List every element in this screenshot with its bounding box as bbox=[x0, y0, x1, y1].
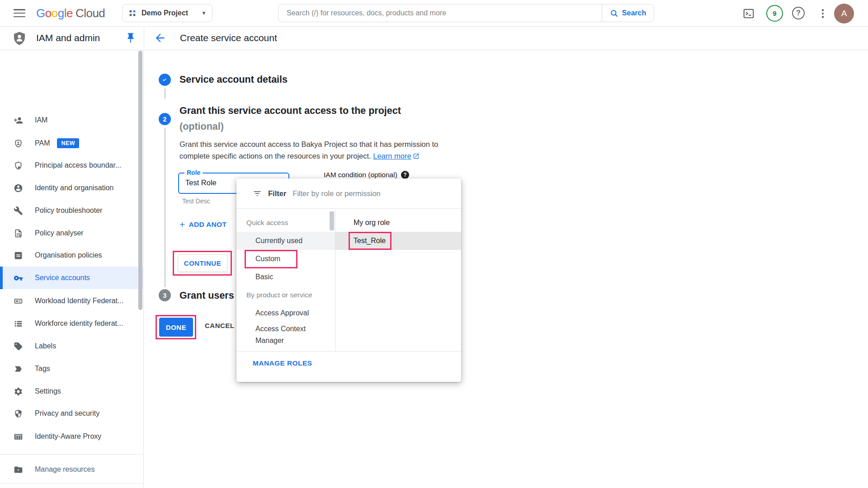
sidebar-item-workforce-identity-federation[interactable]: Workforce identity federat... bbox=[0, 312, 144, 335]
role-dropdown-panel: Filter Filter by role or permission Quic… bbox=[236, 178, 461, 382]
sidebar-item-label: Workforce identity federat... bbox=[35, 319, 123, 328]
project-selector[interactable]: Demo Project ▼ bbox=[122, 4, 212, 22]
sidebar-item-organisation-policies[interactable]: Organisation policies bbox=[0, 244, 144, 267]
sidebar-item-iam[interactable]: IAM bbox=[0, 109, 144, 131]
sidebar-item-tags[interactable]: Tags bbox=[0, 357, 144, 380]
done-button[interactable]: DONE bbox=[159, 318, 193, 337]
sidebar-item-workload-identity-federation[interactable]: Workload Identity Federat... bbox=[0, 290, 144, 312]
sidebar-item-release-notes[interactable]: Release notes bbox=[0, 486, 144, 488]
sidebar-item-identity-and-organisation[interactable]: Identity and organisation bbox=[0, 177, 144, 199]
learn-more-link[interactable]: Learn more bbox=[373, 152, 411, 160]
shield-lock-icon bbox=[14, 161, 23, 170]
sidebar-item-label: Policy analyser bbox=[35, 229, 84, 237]
step3-title: Grant users bbox=[179, 290, 234, 301]
step-connector bbox=[165, 89, 165, 99]
logo-cloud-text: Cloud bbox=[75, 6, 105, 20]
role-field-label: Role bbox=[184, 169, 203, 176]
sidebar-item-label: Settings bbox=[35, 387, 61, 395]
top-header: GoogleCloud Demo Project ▼ Search (/) fo… bbox=[0, 0, 868, 27]
page-title: Create service account bbox=[180, 33, 277, 43]
sidebar-item-manage-resources[interactable]: Manage resources bbox=[0, 458, 144, 481]
project-grid-icon bbox=[128, 9, 137, 18]
person-add-icon bbox=[14, 116, 23, 125]
external-link-icon bbox=[413, 153, 420, 160]
dropdown-item-test-role[interactable]: Test_Role bbox=[335, 232, 461, 250]
search-button[interactable]: Search bbox=[602, 5, 654, 22]
credits-count: 9 bbox=[773, 9, 776, 17]
step3-number-icon: 3 bbox=[159, 289, 171, 301]
gear-icon bbox=[14, 387, 23, 396]
sidebar-item-label: Identity and organisation bbox=[35, 184, 113, 192]
sidebar-item-labels[interactable]: Labels bbox=[0, 335, 144, 357]
sidebar-item-service-accounts[interactable]: Service accounts bbox=[0, 267, 144, 289]
step-connector bbox=[165, 128, 165, 287]
filter-placeholder: Filter by role or permission bbox=[292, 189, 380, 198]
dropdown-item-custom[interactable]: Custom bbox=[236, 250, 335, 268]
google-cloud-logo: GoogleCloud bbox=[36, 6, 105, 20]
sidebar-item-policy-troubleshooter[interactable]: Policy troubleshooter bbox=[0, 199, 144, 222]
logo-letter: o bbox=[45, 6, 52, 20]
search-input[interactable]: Search (/) for resources, docs, products… bbox=[278, 5, 602, 22]
dropdown-item-currently-used[interactable]: Currently used bbox=[236, 232, 335, 250]
sidebar-scrollbar[interactable] bbox=[138, 51, 142, 310]
role-filter-input[interactable]: Filter Filter by role or permission bbox=[236, 178, 461, 209]
sidebar-divider bbox=[0, 483, 143, 484]
sidebar-item-label: Principal access boundar... bbox=[35, 161, 121, 169]
quick-access-header: Quick access bbox=[236, 214, 335, 232]
add-another-role-button[interactable]: + ADD ANOT bbox=[179, 219, 226, 230]
role-field-helper: Test Desc bbox=[182, 197, 210, 205]
back-arrow-icon[interactable] bbox=[154, 32, 166, 44]
section-header: IAM and admin Create service account bbox=[0, 27, 868, 50]
manage-roles-button[interactable]: MANAGE ROLES bbox=[253, 359, 312, 367]
sidebar-item-principal-access-boundaries[interactable]: Principal access boundar... bbox=[0, 154, 144, 177]
sidebar-item-identity-aware-proxy[interactable]: Identity-Aware Proxy bbox=[0, 425, 144, 448]
search-button-label: Search bbox=[622, 9, 646, 17]
folder-gear-icon bbox=[14, 465, 23, 474]
account-circle-icon bbox=[14, 183, 23, 193]
step1-complete-icon bbox=[159, 74, 171, 86]
step2-subtitle: (optional) bbox=[179, 121, 224, 132]
key-icon bbox=[14, 273, 23, 283]
sidebar-item-policy-analyser[interactable]: Policy analyser bbox=[0, 222, 144, 244]
chevron-down-icon: ▼ bbox=[201, 10, 207, 16]
new-badge: NEW bbox=[57, 138, 79, 148]
sidebar-divider bbox=[0, 454, 143, 455]
logo-letter: G bbox=[36, 6, 45, 20]
panel-footer-divider bbox=[236, 351, 461, 352]
header-divider bbox=[144, 27, 144, 50]
step2-number-icon: 2 bbox=[159, 113, 171, 125]
done-label: DONE bbox=[166, 324, 186, 331]
dropdown-item-my-org-role[interactable]: My org role bbox=[335, 214, 461, 232]
sidebar-nav: IAM PAM NEW Principal access boundar... … bbox=[0, 50, 144, 488]
hamburger-menu-icon[interactable] bbox=[14, 8, 25, 19]
sidebar-item-settings[interactable]: Settings bbox=[0, 380, 144, 403]
label-icon bbox=[14, 342, 23, 351]
description-line2: complete specific actions on the resourc… bbox=[179, 152, 371, 160]
description-line1: Grant this service account access to Bak… bbox=[179, 140, 438, 148]
continue-button[interactable]: CONTINUE bbox=[178, 254, 227, 272]
continue-label: CONTINUE bbox=[184, 259, 221, 267]
tag-arrow-icon bbox=[14, 364, 23, 374]
cloud-shell-icon[interactable] bbox=[743, 8, 755, 19]
help-icon[interactable]: ? bbox=[792, 7, 805, 19]
security-shield-icon bbox=[14, 409, 23, 418]
dropdown-item-access-approval[interactable]: Access Approval bbox=[236, 304, 335, 322]
dropdown-item-basic[interactable]: Basic bbox=[236, 268, 335, 286]
sidebar-item-pam[interactable]: PAM NEW bbox=[0, 132, 144, 155]
cancel-button[interactable]: CANCEL bbox=[205, 322, 235, 329]
more-options-icon[interactable] bbox=[819, 7, 826, 20]
step2-number: 2 bbox=[163, 116, 167, 123]
free-trial-credits-badge[interactable]: 9 bbox=[766, 5, 783, 22]
help-glyph: ? bbox=[403, 172, 406, 178]
iam-condition-label: IAM condition (optional) bbox=[324, 171, 397, 179]
help-glyph: ? bbox=[796, 9, 801, 17]
pin-icon[interactable] bbox=[125, 32, 137, 44]
sidebar-item-label: Manage resources bbox=[35, 465, 95, 474]
account-avatar[interactable]: A bbox=[834, 4, 854, 23]
sidebar-item-label: Tags bbox=[35, 365, 50, 373]
logo-letter: g bbox=[58, 6, 64, 20]
help-circle-icon[interactable]: ? bbox=[401, 171, 409, 179]
dropdown-item-access-context-manager[interactable]: Access Context Manager bbox=[236, 322, 322, 351]
sidebar-item-privacy-and-security[interactable]: Privacy and security bbox=[0, 402, 144, 425]
badge-card-icon bbox=[14, 296, 23, 306]
